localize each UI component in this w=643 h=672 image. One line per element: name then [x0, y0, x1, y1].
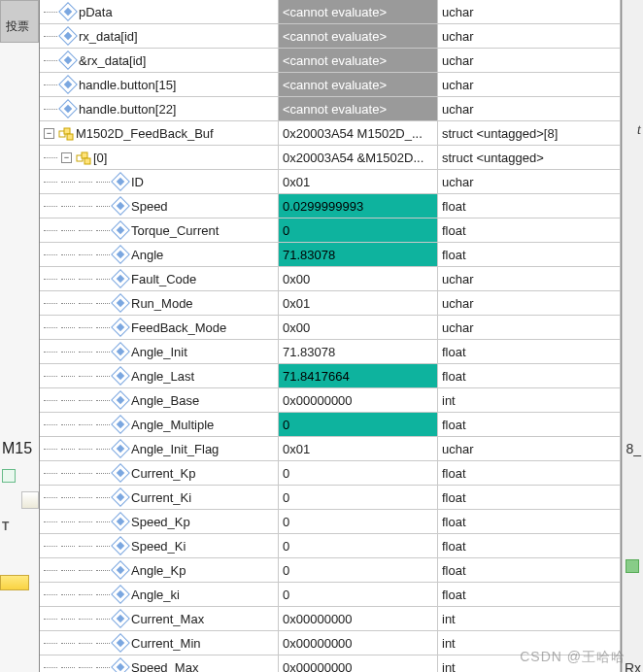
name-cell[interactable]: Angle: [40, 243, 279, 266]
watch-row[interactable]: Torque_Current0float: [40, 218, 621, 243]
name-cell[interactable]: Current_Min: [40, 631, 279, 655]
value-cell[interactable]: <cannot evaluate>: [279, 97, 438, 120]
watch-row[interactable]: handle.button[22]<cannot evaluate>uchar: [40, 97, 621, 121]
name-cell[interactable]: −[0]: [40, 146, 279, 169]
watch-row[interactable]: Angle_Multiple0float: [40, 413, 621, 437]
name-cell[interactable]: Speed_Ki: [40, 534, 279, 557]
value-cell[interactable]: <cannot evaluate>: [279, 49, 438, 72]
var-value: 0x00000000: [283, 660, 353, 673]
name-cell[interactable]: Fault_Code: [40, 267, 279, 290]
value-cell[interactable]: 0x00000000: [279, 631, 438, 655]
value-cell[interactable]: 0x00: [279, 267, 438, 290]
watch-row[interactable]: Speed_Ki0float: [40, 534, 621, 558]
value-cell[interactable]: 0: [279, 413, 438, 436]
value-cell[interactable]: 0: [279, 461, 438, 485]
yellow-tab[interactable]: [0, 575, 29, 590]
name-cell[interactable]: Current_Max: [40, 607, 279, 630]
watch-row[interactable]: Current_Max0x00000000int: [40, 607, 621, 631]
name-cell[interactable]: Angle_ki: [40, 583, 279, 606]
value-cell[interactable]: <cannot evaluate>: [279, 0, 438, 23]
value-cell[interactable]: 0x01: [279, 291, 438, 315]
name-cell[interactable]: Angle_Last: [40, 364, 279, 387]
value-cell[interactable]: 71.83078: [279, 243, 438, 266]
watch-row[interactable]: pData<cannot evaluate>uchar: [40, 0, 621, 24]
value-cell[interactable]: 0: [279, 218, 438, 242]
watch-row[interactable]: −M1502D_FeedBack_Buf0x20003A54 M1502D_..…: [40, 121, 621, 146]
watch-row[interactable]: −[0]0x20003A54 &M1502D...struct <untagge…: [40, 146, 621, 170]
watch-row[interactable]: Angle_Init71.83078float: [40, 340, 621, 364]
watch-row[interactable]: Speed_Kp0float: [40, 510, 621, 534]
watch-row[interactable]: FeedBack_Mode0x00uchar: [40, 316, 621, 340]
value-cell[interactable]: 0: [279, 534, 438, 557]
watch-row[interactable]: Angle_ki0float: [40, 583, 621, 607]
value-cell[interactable]: 0x00000000: [279, 655, 438, 672]
name-cell[interactable]: Speed_Max: [40, 655, 279, 672]
watch-row[interactable]: Angle_Base0x00000000int: [40, 388, 621, 413]
type-cell: float: [438, 510, 621, 533]
watch-row[interactable]: handle.button[15]<cannot evaluate>uchar: [40, 73, 621, 97]
value-cell[interactable]: 0x00000000: [279, 607, 438, 630]
name-cell[interactable]: Angle_Kp: [40, 558, 279, 582]
var-name: Current_Min: [131, 636, 201, 651]
watch-row[interactable]: Run_Mode0x01uchar: [40, 291, 621, 316]
value-cell[interactable]: 0: [279, 583, 438, 606]
tree-expander[interactable]: −: [61, 152, 72, 163]
watch-row[interactable]: Speed_Max0x00000000int: [40, 655, 621, 672]
name-cell[interactable]: Angle_Init_Flag: [40, 437, 279, 460]
value-cell[interactable]: 0: [279, 486, 438, 509]
var-name: Torque_Current: [131, 223, 219, 238]
struct-icon: [76, 151, 89, 164]
value-cell[interactable]: 0: [279, 558, 438, 582]
watch-row[interactable]: Angle_Last71.8417664float: [40, 364, 621, 388]
name-cell[interactable]: −M1502D_FeedBack_Buf: [40, 121, 279, 145]
watch-row[interactable]: Current_Min0x00000000int: [40, 631, 621, 655]
name-cell[interactable]: Angle_Base: [40, 388, 279, 412]
variable-icon: [58, 26, 78, 46]
m15-text: M15: [0, 437, 39, 460]
name-cell[interactable]: handle.button[22]: [40, 97, 279, 120]
watch-row[interactable]: Fault_Code0x00uchar: [40, 267, 621, 291]
value-cell[interactable]: 0x20003A54 M1502D_...: [279, 121, 438, 145]
name-cell[interactable]: pData: [40, 0, 279, 23]
name-cell[interactable]: Speed: [40, 194, 279, 218]
var-name: Angle_ki: [131, 588, 180, 602]
value-cell[interactable]: 71.83078: [279, 340, 438, 363]
value-cell[interactable]: 0x20003A54 &M1502D...: [279, 146, 438, 169]
value-cell[interactable]: <cannot evaluate>: [279, 73, 438, 96]
watch-row[interactable]: Angle_Init_Flag0x01uchar: [40, 437, 621, 461]
folder-button[interactable]: [21, 491, 39, 509]
name-cell[interactable]: Current_Kp: [40, 461, 279, 485]
type-cell: float: [438, 583, 621, 606]
name-cell[interactable]: &rx_data[id]: [40, 49, 279, 72]
name-cell[interactable]: Torque_Current: [40, 218, 279, 242]
watch-row[interactable]: Angle71.83078float: [40, 243, 621, 267]
var-value: 71.8417664: [283, 369, 350, 384]
watch-row[interactable]: rx_data[id]<cannot evaluate>uchar: [40, 24, 621, 49]
name-cell[interactable]: Current_Ki: [40, 486, 279, 509]
watch-row[interactable]: ID0x01uchar: [40, 170, 621, 194]
watch-row[interactable]: Current_Kp0float: [40, 461, 621, 486]
name-cell[interactable]: handle.button[15]: [40, 73, 279, 96]
tree-expander[interactable]: −: [44, 128, 54, 139]
type-cell: float: [438, 194, 621, 218]
name-cell[interactable]: Angle_Init: [40, 340, 279, 363]
name-cell[interactable]: FeedBack_Mode: [40, 316, 279, 339]
value-cell[interactable]: 0x00000000: [279, 388, 438, 412]
name-cell[interactable]: rx_data[id]: [40, 24, 279, 48]
value-cell[interactable]: 0x00: [279, 316, 438, 339]
name-cell[interactable]: ID: [40, 170, 279, 193]
name-cell[interactable]: Angle_Multiple: [40, 413, 279, 436]
value-cell[interactable]: 0x01: [279, 437, 438, 460]
watch-row[interactable]: Speed0.0299999993float: [40, 194, 621, 218]
watch-row[interactable]: Current_Ki0float: [40, 486, 621, 510]
value-cell[interactable]: 71.8417664: [279, 364, 438, 387]
name-cell[interactable]: Run_Mode: [40, 291, 279, 315]
name-cell[interactable]: Speed_Kp: [40, 510, 279, 533]
var-value: 71.83078: [283, 248, 335, 262]
value-cell[interactable]: 0x01: [279, 170, 438, 193]
watch-row[interactable]: &rx_data[id]<cannot evaluate>uchar: [40, 49, 621, 73]
value-cell[interactable]: 0: [279, 510, 438, 533]
watch-row[interactable]: Angle_Kp0float: [40, 558, 621, 583]
value-cell[interactable]: 0.0299999993: [279, 194, 438, 218]
value-cell[interactable]: <cannot evaluate>: [279, 24, 438, 48]
